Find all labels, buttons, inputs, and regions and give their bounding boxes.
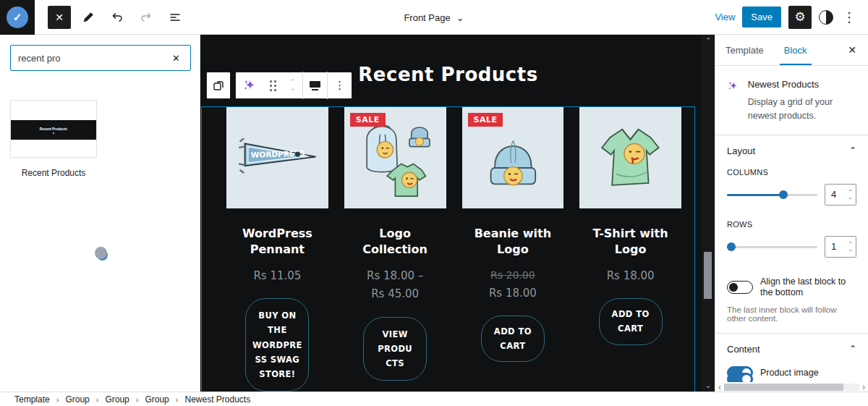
stepper-icons[interactable]: ⌃ ⌄ — [848, 242, 856, 252]
stepper-icons[interactable]: ⌃ ⌄ — [848, 190, 856, 200]
tab-template[interactable]: Template — [715, 35, 774, 65]
columns-control: 4 ⌃ ⌄ — [715, 178, 868, 214]
block-search-box: ✕ — [10, 45, 191, 71]
sale-price: Rs 18.00 — [489, 284, 537, 303]
block-options-button[interactable]: ⋮ — [328, 72, 352, 99]
tab-block[interactable]: Block — [774, 35, 817, 65]
drag-handle[interactable] — [263, 72, 283, 99]
scroll-down-icon[interactable]: ⌄ — [702, 381, 715, 390]
header-actions: View Save ⚙ ⋮ — [715, 6, 868, 29]
rows-slider[interactable] — [727, 242, 817, 251]
price-to: Rs 45.00 — [367, 285, 423, 304]
canvas-scrollbar[interactable]: ⌃ ⌄ — [702, 35, 715, 392]
product-title[interactable]: Logo Collection — [348, 226, 442, 258]
breadcrumb-template[interactable]: Template — [14, 394, 50, 405]
block-preview-card: Recent Products — [10, 100, 97, 158]
chevron-down-icon: ⌄ — [456, 13, 464, 22]
sale-badge: SALE — [468, 113, 503, 127]
product-card[interactable]: SALE Logo Collection Rs 18.00 – Rs 45.00… — [344, 107, 446, 392]
columns-value: 4 — [831, 189, 848, 200]
product-image: WORDPRESS — [226, 107, 328, 208]
view-products-button[interactable]: VIEW PRODUCTS — [363, 317, 427, 381]
sidebar-tabs: Template Block ✕ — [715, 35, 868, 66]
regular-price: Rs 20.00 — [489, 267, 537, 284]
settings-sidebar: Template Block ✕ Newest Products Display… — [715, 35, 868, 392]
stepper-down-icon[interactable]: ⌄ — [848, 247, 853, 252]
breadcrumb-group[interactable]: Group — [65, 394, 89, 405]
block-movers[interactable]: ⌃ ⌄ — [283, 72, 302, 99]
columns-number-input[interactable]: 4 ⌃ ⌄ — [825, 184, 856, 206]
undo-button[interactable] — [106, 6, 129, 29]
loading-spinner — [95, 247, 107, 259]
add-to-cart-button[interactable]: ADD TO CART — [481, 316, 545, 362]
product-title[interactable]: T-Shirt with Logo — [584, 226, 678, 258]
edit-mode-button[interactable] — [77, 6, 100, 29]
block-card-description: Display a grid of your newest products. — [748, 96, 856, 123]
close-sidebar-icon[interactable]: ✕ — [845, 41, 859, 59]
breadcrumb-group[interactable]: Group — [105, 394, 129, 405]
gear-icon: ⚙ — [794, 9, 805, 25]
align-icon — [310, 81, 320, 90]
editor-canvas: Recent Products — [200, 35, 715, 392]
product-title[interactable]: Beanie with Logo — [466, 226, 560, 258]
site-icon: ✓ — [7, 7, 28, 28]
list-view-button[interactable] — [163, 6, 187, 29]
block-inserter-toggle[interactable]: ✕ — [48, 6, 71, 29]
product-title[interactable]: WordPress Pennant — [230, 226, 324, 258]
sidebar-horizontal-scrollbar[interactable]: ‹ › — [715, 382, 868, 392]
pennant-illustration: WORDPRESS — [226, 107, 328, 208]
scroll-up-icon[interactable]: ⌃ — [702, 36, 715, 46]
align-button[interactable] — [303, 72, 327, 99]
mover-icons: ⌃ ⌄ — [289, 80, 296, 91]
settings-button[interactable]: ⚙ — [788, 6, 812, 29]
close-icon: ✕ — [55, 12, 64, 23]
block-preview-text: Recent Products — [40, 127, 67, 130]
align-last-block-toggle[interactable] — [727, 281, 753, 294]
columns-slider[interactable] — [727, 190, 817, 199]
content-panel-header[interactable]: Content ⌃ — [715, 334, 868, 360]
save-button[interactable]: Save — [742, 7, 781, 28]
redo-button[interactable] — [135, 6, 158, 29]
stepper-down-icon[interactable]: ⌄ — [848, 195, 853, 200]
sparkles-icon — [242, 78, 257, 93]
site-hub-button[interactable]: ✓ — [0, 0, 35, 35]
layout-panel-header[interactable]: Layout ⌃ — [715, 135, 868, 162]
add-to-cart-button[interactable]: ADD TO CART — [599, 298, 663, 344]
breadcrumb-separator-icon: › — [96, 395, 99, 404]
breadcrumb-newest-products[interactable]: Newest Products — [184, 394, 250, 405]
scrollbar-thumb[interactable] — [724, 384, 843, 391]
document-title-dropdown[interactable]: Front Page ⌄ — [404, 0, 464, 35]
undo-icon — [111, 11, 124, 24]
product-buy-button[interactable]: BUY ON THE WORDPRESS SWAG STORE! — [245, 298, 309, 392]
content-panel-title: Content — [727, 344, 760, 355]
style-book-icon[interactable] — [819, 10, 833, 25]
select-parent-button[interactable] — [206, 72, 231, 99]
product-card[interactable]: WORDPRESS WordPress Pennant Rs 11.05 BUY… — [226, 107, 328, 392]
canvas-scrollbar-thumb[interactable] — [704, 252, 712, 299]
product-image — [579, 107, 681, 208]
scroll-left-icon[interactable]: ‹ — [715, 384, 724, 391]
product-image-label: Product image — [760, 368, 819, 378]
sparkles-icon — [727, 77, 739, 95]
top-toolbar: ✓ ✕ Front Page ⌄ View Save ⚙ — [0, 0, 868, 35]
scrollbar-track[interactable] — [724, 384, 859, 391]
block-preview-dot — [53, 132, 54, 134]
breadcrumb-group[interactable]: Group — [145, 394, 169, 405]
block-toolbar: ⌃ ⌄ ⋮ — [206, 72, 352, 99]
rows-number-input[interactable]: 1 ⌃ ⌄ — [825, 236, 856, 258]
scroll-right-icon[interactable]: › — [859, 384, 868, 391]
block-search-input[interactable] — [18, 53, 169, 64]
product-card[interactable]: T-Shirt with Logo Rs 18.00 ADD TO CART — [579, 107, 681, 392]
align-last-block-help: The last inner block will follow other c… — [715, 304, 868, 334]
block-type-button[interactable] — [236, 72, 263, 99]
document-tools: ✕ — [35, 6, 187, 29]
view-menu-button[interactable]: View — [715, 12, 735, 22]
move-down-icon: ⌄ — [289, 85, 296, 91]
drag-handle-icon — [270, 80, 276, 91]
block-search-result[interactable]: Recent Products Recent Products — [10, 100, 97, 178]
options-menu-button[interactable]: ⋮ — [841, 9, 858, 25]
clear-search-icon[interactable]: ✕ — [169, 51, 183, 65]
redo-icon — [140, 11, 153, 24]
align-last-block-label: Align the last block to the bottom — [760, 276, 856, 298]
product-card[interactable]: SALE Beanie with Logo Rs 20.00 Rs 18.00 … — [462, 107, 564, 392]
